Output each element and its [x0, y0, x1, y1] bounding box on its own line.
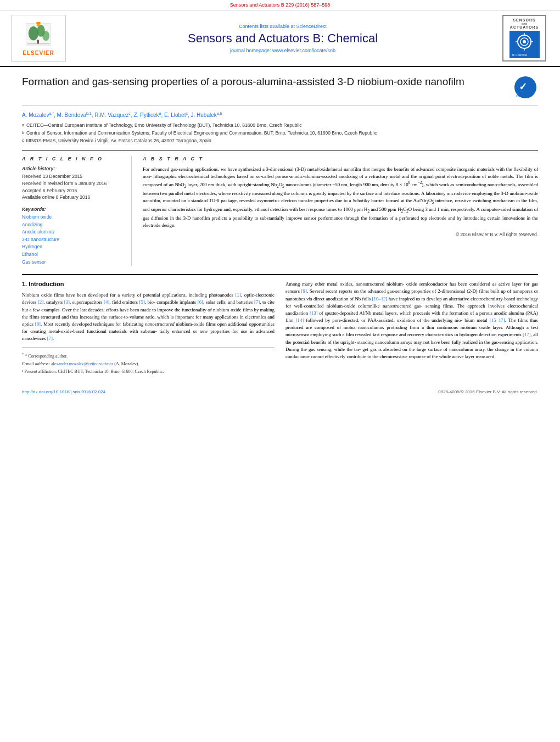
keyword-anodizing: Anodizing [22, 221, 123, 229]
journal-citation: Sensors and Actuators B 229 (2016) 587–5… [230, 2, 331, 8]
section-1-title: 1. Introduction [22, 281, 275, 287]
intro-paragraph-1: Niobium oxide films have been developed … [22, 292, 275, 342]
homepage-url[interactable]: www.elsevier.com/locate/snb [272, 48, 335, 53]
article-title-section: Formation and gas-sensing properties of … [22, 75, 538, 106]
issn-text: 0925-4005/© 2016 Elsevier B.V. All right… [438, 389, 538, 394]
elsevier-text: ELSEVIER [23, 50, 54, 56]
svg-rect-4 [37, 40, 39, 43]
sensors-logo-text: SENSORS [513, 18, 535, 22]
page: Sensors and Actuators B 229 (2016) 587–5… [0, 0, 560, 742]
journal-homepage: journal homepage: www.elsevier.com/locat… [230, 48, 335, 53]
available-date: Available online 8 February 2016 [22, 194, 123, 201]
keyword-anodic-alumina: Anodic alumina [22, 228, 123, 236]
footnotes: * * Corresponding author. E-mail address… [22, 348, 275, 375]
author-mozalev: A. Mozalev [22, 112, 49, 118]
affiliations: a CEITEC—Central European Institute of T… [22, 122, 538, 144]
keyword-gas-sensor: Gas sensor [22, 259, 123, 266]
section-divider-1 [22, 150, 538, 150]
journal-title-area: Contents lists available at ScienceDirec… [71, 15, 494, 62]
affiliation-note: ¹ Present affiliation: CEITEC BUT, Techn… [22, 369, 275, 375]
svg-rect-6 [36, 21, 40, 24]
affiliation-a: a CEITEC—Central European Institute of T… [22, 122, 538, 129]
sensors-actuators-logo: SENSORS and ACTUATORS B: Chemical [502, 15, 546, 62]
info-abstract-section: A R T I C L E I N F O Article history: R… [22, 156, 538, 266]
body-left-column: 1. Introduction Niobium oxide films have… [22, 281, 275, 376]
received-revised-date: Received in revised form 5 January 2016 [22, 180, 123, 187]
copyright-text: © 2016 Elsevier B.V. All rights reserved… [143, 232, 538, 237]
email-note: E-mail address: alexander.mozalev@ceitec… [22, 361, 275, 367]
doi-link[interactable]: http://dx.doi.org/10.1016/j.snb.2016.02.… [22, 389, 105, 394]
keyword-hydrogen: Hydrogen [22, 243, 123, 251]
keyword-ethanol: Ethanol [22, 251, 123, 259]
journal-logo-right: SENSORS and ACTUATORS B: Chemical [500, 15, 549, 62]
svg-point-11 [523, 40, 526, 43]
body-content: 1. Introduction Niobium oxide films have… [22, 274, 538, 376]
journal-name: Sensors and Actuators B: Chemical [188, 31, 378, 46]
author-bendova: M. Bendova [57, 112, 86, 118]
actuators-logo-text: ACTUATORS [510, 25, 539, 29]
email-link[interactable]: alexander.mozalev@ceitec.vutbr.cz [51, 361, 113, 366]
article-info-column: A R T I C L E I N F O Article history: R… [22, 156, 132, 266]
top-bar: Sensors and Actuators B 229 (2016) 587–5… [0, 0, 560, 10]
abstract-text: For advanced gas-sensing applications, w… [143, 166, 538, 229]
sensors-logo-icon: B: Chemical [509, 31, 540, 58]
crossmark-icon: ✓ CrossMark [513, 75, 538, 100]
body-right-column: Among many other metal oxides, nanostruc… [285, 281, 538, 376]
affiliation-b: b Centre of Sensor, Information and Comm… [22, 130, 538, 137]
sciencedirect-link[interactable]: ScienceDirect [296, 24, 327, 29]
keywords-label: Keywords: [22, 207, 123, 212]
svg-point-1 [29, 26, 38, 40]
svg-rect-7 [37, 24, 40, 26]
abstract-column: A B S T R A C T For advanced gas-sensing… [143, 156, 538, 266]
contents-available: Contents lists available at ScienceDirec… [239, 24, 327, 29]
affiliation-c: c MINOS-EMaS, University Rovira i Virgil… [22, 138, 538, 144]
received-date: Received 13 December 2015 [22, 173, 123, 180]
article-title: Formation and gas-sensing properties of … [22, 75, 508, 89]
elsevier-logo-left: ELSEVIER [11, 15, 66, 62]
keyword-niobium-oxide: Niobium oxide [22, 214, 123, 221]
body-two-col: 1. Introduction Niobium oxide films have… [22, 281, 538, 376]
corresponding-author-note: * * Corresponding author. [22, 352, 275, 360]
author-vazquez: R.M. Vazquez [94, 112, 128, 118]
keyword-3d-nanostructure: 3-D nanostructure [22, 236, 123, 244]
svg-point-3 [42, 31, 49, 41]
history-label: Article history: [22, 166, 123, 171]
keywords-section: Keywords: Niobium oxide Anodizing Anodic… [22, 207, 123, 266]
article-content: Formation and gas-sensing properties of … [0, 67, 560, 384]
abstract-header: A B S T R A C T [143, 156, 538, 161]
journal-header: ELSEVIER Contents lists available at Sci… [0, 10, 560, 67]
authors: A. Mozaleva,*, M. Bendovab,1, R.M. Vazqu… [22, 111, 538, 118]
accepted-date: Accepted 6 February 2016 [22, 187, 123, 194]
article-history: Article history: Received 13 December 20… [22, 166, 123, 201]
svg-text:✓: ✓ [519, 81, 527, 92]
elsevier-tree-icon [22, 21, 55, 48]
author-llobet: E. Llobet [164, 112, 186, 118]
svg-text:B: Chemical: B: Chemical [512, 53, 527, 57]
svg-text:CrossMark: CrossMark [516, 94, 530, 98]
author-pytlicek: Z. Pytlicek [133, 112, 159, 118]
page-footer: http://dx.doi.org/10.1016/j.snb.2016.02.… [0, 384, 560, 399]
author-hubalek: J. Hubalek [191, 112, 217, 118]
article-info-header: A R T I C L E I N F O [22, 156, 123, 161]
intro-paragraph-2: Among many other metal oxides, nanostruc… [285, 281, 538, 360]
